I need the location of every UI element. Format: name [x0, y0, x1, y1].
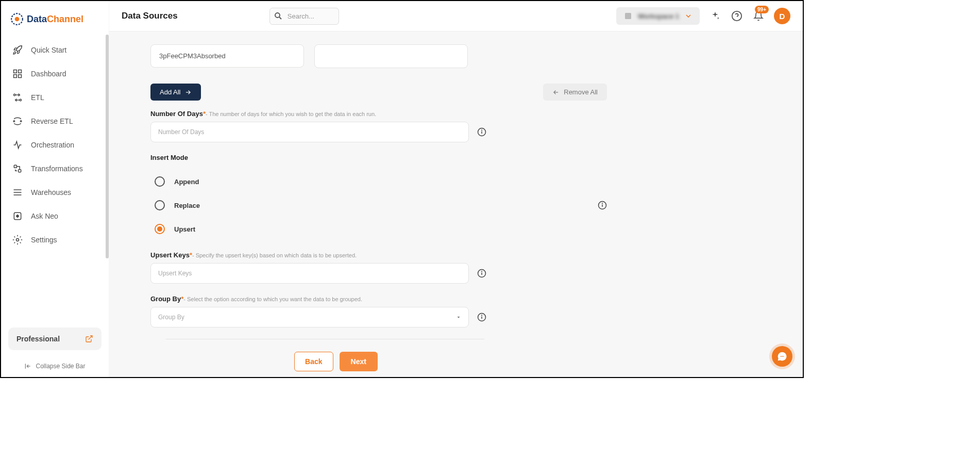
content-area: 3pFeeCPM3Absorbed Add All Remove All Num… [109, 31, 803, 377]
orchestration-icon [12, 140, 23, 150]
next-button[interactable]: Next [340, 352, 378, 371]
svg-point-35 [482, 271, 482, 272]
sparkle-button[interactable] [709, 10, 721, 22]
workspace-label: Workspace 1 [638, 12, 679, 20]
search-icon [274, 11, 283, 21]
sidebar-item-etl[interactable]: ETL [5, 86, 105, 109]
sidebar-scrollbar[interactable] [106, 35, 109, 258]
sidebar-item-orchestration[interactable]: Orchestration [5, 133, 105, 157]
svg-rect-2 [14, 70, 17, 73]
logo-text-1: Data [27, 14, 47, 24]
svg-rect-22 [625, 13, 631, 19]
svg-point-6 [14, 94, 15, 95]
avatar[interactable]: D [774, 8, 790, 24]
radio-append[interactable]: Append [155, 170, 200, 193]
collapse-label: Collapse Side Bar [36, 363, 85, 370]
info-icon[interactable] [477, 313, 486, 322]
help-icon [731, 10, 742, 22]
num-days-input[interactable] [150, 122, 469, 142]
sidebar-item-dashboard[interactable]: Dashboard [5, 62, 105, 86]
back-button[interactable]: Back [294, 352, 333, 371]
arrow-left-icon [552, 89, 560, 96]
info-icon[interactable] [477, 269, 486, 278]
radio-icon [155, 200, 165, 210]
notifications-button[interactable]: 99+ [752, 10, 765, 22]
group-by-select[interactable] [150, 307, 469, 327]
sidebar-item-ask-neo[interactable]: Ask Neo [5, 204, 105, 228]
sidebar-item-transformations[interactable]: Transformations [5, 157, 105, 181]
arrow-right-icon [184, 89, 192, 96]
sidebar-label: Quick Start [31, 46, 66, 54]
insert-mode-label: Insert Mode [150, 154, 772, 161]
svg-point-1 [15, 17, 20, 22]
radio-icon [155, 224, 165, 234]
dashboard-icon [12, 69, 23, 79]
collapse-sidebar-button[interactable]: Collapse Side Bar [1, 355, 109, 377]
gear-icon [12, 235, 23, 245]
warehouse-icon [12, 187, 23, 198]
reverse-etl-icon [12, 116, 23, 126]
collapse-icon [24, 363, 31, 370]
sidebar: DataChannel Quick Start Dashboard ETL Re… [1, 1, 109, 377]
sidebar-label: Dashboard [31, 70, 66, 78]
group-by-label: Group By*- Select the option according t… [150, 295, 772, 303]
topbar: Data Sources Workspace 1 [109, 1, 803, 31]
sidebar-item-reverse-etl[interactable]: Reverse ETL [5, 109, 105, 133]
radio-replace[interactable]: Replace [155, 193, 200, 217]
logo-icon [10, 12, 24, 26]
svg-point-7 [20, 99, 21, 101]
upsert-keys-label: Upsert Keys*- Specify the upsert key(s) … [150, 251, 772, 259]
source-field-box[interactable]: 3pFeeCPM3Absorbed [150, 44, 304, 68]
radio-upsert[interactable]: Upsert [155, 217, 200, 241]
upsert-keys-input[interactable] [150, 263, 469, 284]
sparkle-icon [710, 11, 720, 21]
plan-label: Professional [16, 335, 60, 343]
remove-all-button[interactable]: Remove All [543, 84, 607, 101]
etl-icon [12, 92, 23, 103]
info-icon[interactable] [598, 201, 607, 210]
svg-point-16 [16, 239, 19, 241]
svg-point-38 [482, 315, 482, 316]
page-title: Data Sources [122, 11, 178, 21]
svg-point-8 [13, 121, 15, 122]
svg-rect-5 [14, 75, 17, 78]
svg-point-9 [20, 121, 21, 122]
target-field-box[interactable] [314, 44, 468, 68]
add-all-button[interactable]: Add All [150, 84, 201, 101]
svg-rect-4 [19, 75, 22, 78]
transformations-icon [12, 163, 23, 174]
logo-text-2: Channel [47, 14, 83, 24]
notification-badge: 99+ [755, 6, 769, 13]
sidebar-item-settings[interactable]: Settings [5, 228, 105, 252]
svg-rect-3 [19, 70, 22, 73]
svg-line-21 [279, 17, 281, 19]
chevron-down-icon [684, 12, 692, 20]
sidebar-label: Ask Neo [31, 212, 58, 220]
divider [166, 339, 484, 339]
sidebar-label: Orchestration [31, 141, 74, 149]
workspace-icon [623, 11, 633, 21]
svg-point-29 [482, 130, 482, 130]
num-days-label: Number Of Days*- The number of days for … [150, 110, 772, 118]
sidebar-item-quick-start[interactable]: Quick Start [5, 38, 105, 62]
brand-logo[interactable]: DataChannel [1, 1, 109, 36]
plan-card[interactable]: Professional [8, 327, 102, 350]
sidebar-label: Settings [31, 236, 57, 244]
sidebar-label: ETL [31, 93, 44, 102]
chat-fab[interactable] [772, 346, 792, 367]
rocket-icon [12, 45, 23, 55]
sidebar-item-warehouses[interactable]: Warehouses [5, 181, 105, 204]
help-button[interactable] [731, 10, 743, 22]
radio-icon [155, 176, 165, 187]
svg-point-32 [602, 203, 603, 204]
svg-rect-11 [19, 170, 21, 172]
chat-icon [777, 351, 787, 362]
sidebar-label: Transformations [31, 165, 83, 173]
ask-neo-icon [12, 211, 23, 221]
workspace-selector[interactable]: Workspace 1 [616, 7, 700, 25]
svg-line-17 [89, 336, 92, 339]
sidebar-label: Warehouses [31, 188, 71, 196]
external-link-icon [85, 335, 93, 343]
svg-rect-10 [14, 165, 16, 168]
info-icon[interactable] [477, 127, 486, 137]
